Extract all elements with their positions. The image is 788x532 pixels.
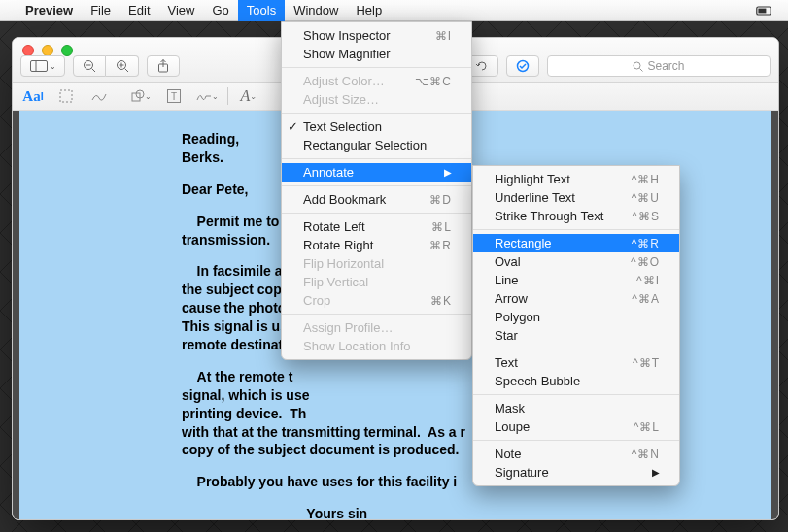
- annotate-submenu: Highlight Text^⌘HUnderline Text^⌘UStrike…: [472, 165, 680, 486]
- menu-item-loupe[interactable]: Loupe^⌘L: [473, 417, 679, 436]
- menu-item-rotate-left[interactable]: Rotate Left⌘L: [282, 217, 471, 236]
- zoom-out-button[interactable]: [73, 55, 106, 77]
- tools-menu: Show Inspector⌘IShow MagnifierAdjust Col…: [281, 21, 472, 360]
- menu-file[interactable]: File: [82, 0, 120, 21]
- apple-menu[interactable]: [8, 0, 17, 21]
- menu-item-underline-text[interactable]: Underline Text^⌘U: [473, 188, 679, 207]
- svg-point-14: [634, 62, 640, 69]
- control-center-icon[interactable]: [747, 0, 780, 21]
- menu-item-rectangle[interactable]: Rectangle^⌘R: [473, 234, 679, 252]
- search-field[interactable]: Search: [547, 55, 771, 77]
- menu-item-text[interactable]: Text^⌘T: [473, 353, 679, 372]
- menu-item-line[interactable]: Line^⌘I: [473, 271, 679, 289]
- menu-item-signature[interactable]: Signature▶: [473, 463, 679, 482]
- search-placeholder: Search: [647, 59, 684, 73]
- sketch-tool-button[interactable]: [86, 86, 112, 106]
- menu-item-rotate-right[interactable]: Rotate Right⌘R: [282, 236, 471, 254]
- svg-line-8: [124, 69, 128, 73]
- menu-go[interactable]: Go: [203, 0, 237, 21]
- app-menu[interactable]: Preview: [17, 0, 82, 21]
- menu-edit[interactable]: Edit: [120, 0, 158, 21]
- text-style-button[interactable]: AaI: [20, 86, 46, 106]
- svg-rect-16: [60, 90, 72, 102]
- menu-item-highlight-text[interactable]: Highlight Text^⌘H: [473, 170, 679, 188]
- menu-item-arrow[interactable]: Arrow^⌘A: [473, 289, 679, 308]
- zoom-in-button[interactable]: [106, 55, 139, 77]
- svg-line-5: [92, 69, 96, 73]
- menu-item-adjust-color-: Adjust Color…⌥⌘C: [282, 72, 471, 90]
- sign-button[interactable]: ⌄: [194, 86, 220, 106]
- menu-item-polygon[interactable]: Polygon: [473, 308, 679, 326]
- sidebar-toggle-button[interactable]: ⌄: [20, 55, 65, 77]
- menu-item-crop: Crop⌘K: [282, 291, 471, 310]
- font-style-button[interactable]: A⌄: [236, 86, 261, 106]
- menu-item-speech-bubble[interactable]: Speech Bubble: [473, 372, 679, 390]
- menu-tools[interactable]: Tools: [238, 0, 285, 21]
- menu-item-star[interactable]: Star: [473, 326, 679, 345]
- menu-view[interactable]: View: [159, 0, 204, 21]
- menu-item-mask[interactable]: Mask: [473, 399, 679, 417]
- menu-item-add-bookmark[interactable]: Add Bookmark⌘D: [282, 190, 471, 209]
- markup-button[interactable]: [506, 55, 539, 77]
- menu-item-assign-profile-: Assign Profile…: [282, 318, 471, 337]
- text-tool-button[interactable]: T: [161, 86, 187, 106]
- menu-item-oval[interactable]: Oval^⌘O: [473, 252, 679, 271]
- shapes-button[interactable]: ⌄: [128, 86, 154, 106]
- menu-help[interactable]: Help: [347, 0, 391, 21]
- menu-item-flip-horizontal: Flip Horizontal: [282, 254, 471, 273]
- menu-item-note[interactable]: Note^⌘N: [473, 445, 679, 463]
- menu-item-show-inspector[interactable]: Show Inspector⌘I: [282, 26, 471, 45]
- svg-rect-2: [30, 61, 47, 72]
- menu-item-flip-vertical: Flip Vertical: [282, 273, 471, 291]
- menu-item-annotate[interactable]: Annotate▶: [282, 163, 471, 182]
- menu-item-rectangular-selection[interactable]: Rectangular Selection: [282, 136, 471, 154]
- svg-rect-1: [758, 8, 766, 13]
- menu-item-show-location-info: Show Location Info: [282, 337, 471, 355]
- system-menubar: Preview FileEditViewGoToolsWindowHelp: [0, 0, 788, 21]
- menu-window[interactable]: Window: [285, 0, 347, 21]
- menu-item-adjust-size-: Adjust Size…: [282, 90, 471, 109]
- share-button[interactable]: [147, 55, 180, 77]
- menu-item-strike-through-text[interactable]: Strike Through Text^⌘S: [473, 207, 679, 225]
- menu-item-show-magnifier[interactable]: Show Magnifier: [282, 45, 471, 63]
- svg-line-15: [640, 68, 643, 71]
- svg-text:T: T: [171, 91, 177, 102]
- menu-item-text-selection[interactable]: ✓Text Selection: [282, 117, 471, 136]
- zoom-group: [73, 55, 139, 77]
- selection-tool-button[interactable]: [53, 86, 79, 106]
